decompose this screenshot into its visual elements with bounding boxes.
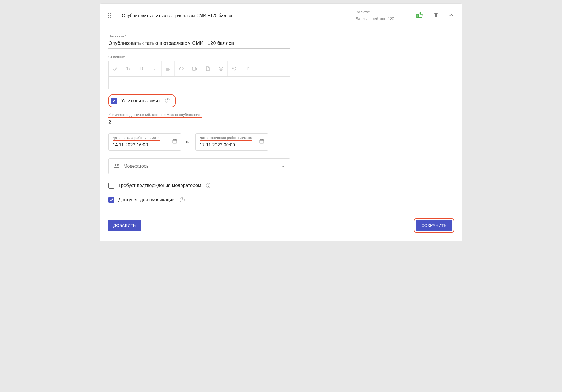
rich-text-editor: TT B I	[108, 61, 290, 89]
limit-start-date[interactable]: Дата начала работы лимита 14.11.2023 16:…	[108, 133, 181, 151]
achievement-card: Опубликовать статью в отраслевом СМИ +12…	[100, 3, 462, 241]
editor-code-icon[interactable]	[175, 61, 188, 76]
editor-undo-icon[interactable]	[228, 61, 241, 76]
editor-file-icon[interactable]	[201, 61, 214, 76]
name-input[interactable]	[108, 39, 290, 49]
published-checkbox[interactable]	[108, 197, 114, 203]
set-limit-label: Установить лимит	[121, 98, 160, 104]
editor-strikethrough-icon[interactable]: T	[241, 61, 254, 76]
editor-content[interactable]	[109, 77, 290, 89]
svg-point-3	[221, 68, 222, 69]
svg-rect-5	[260, 140, 264, 143]
limit-end-value: 17.11.2023 00:00	[200, 142, 264, 148]
card-header: Опубликовать статью в отраслевом СМИ +12…	[100, 4, 462, 28]
save-button[interactable]: СОХРАНИТЬ	[416, 220, 452, 231]
help-icon[interactable]: ?	[206, 183, 211, 188]
set-limit-row: Установить лимит ?	[108, 94, 176, 107]
name-label: Название*	[108, 34, 454, 38]
svg-point-1	[219, 67, 223, 71]
limit-end-date[interactable]: Дата окончания работы лимита 17.11.2023 …	[195, 133, 268, 151]
editor-toolbar: TT B I	[109, 61, 290, 77]
editor-video-icon[interactable]	[188, 61, 201, 76]
editor-link-icon[interactable]	[109, 61, 122, 76]
limit-start-value: 14.11.2023 16:03	[113, 142, 177, 148]
svg-point-6	[115, 164, 116, 165]
currency-value: 5	[371, 10, 373, 14]
limit-count-input[interactable]	[108, 118, 290, 127]
published-row: Доступен для публикации ?	[108, 197, 454, 203]
people-icon	[114, 164, 120, 169]
points-label: Баллы в рейтинг:	[356, 17, 387, 21]
editor-emoji-icon[interactable]	[214, 61, 228, 76]
moderators-select[interactable]: Модераторы	[108, 158, 290, 174]
collapse-icon[interactable]	[449, 12, 454, 19]
save-button-highlight: СОХРАНИТЬ	[414, 218, 454, 233]
requires-confirm-row: Требует подтверждения модератором ?	[108, 183, 454, 189]
card-body: Название* Описание TT B I	[100, 28, 462, 211]
add-button[interactable]: ДОБАВИТЬ	[108, 220, 141, 231]
description-label: Описание	[108, 55, 454, 59]
set-limit-checkbox[interactable]	[111, 98, 117, 104]
calendar-icon[interactable]	[172, 138, 178, 145]
points-value: 120	[388, 17, 394, 21]
svg-point-2	[220, 68, 220, 69]
limit-start-label: Дата начала работы лимита	[113, 136, 160, 141]
thumbs-up-icon[interactable]	[416, 12, 423, 20]
svg-rect-4	[173, 140, 177, 143]
svg-point-7	[117, 164, 119, 165]
dropdown-arrow-icon	[282, 164, 285, 169]
limit-end-label: Дата окончания работы лимита	[200, 136, 252, 141]
currency-label: Валюта:	[356, 10, 370, 14]
card-title: Опубликовать статью в отраслевом СМИ +12…	[122, 13, 233, 18]
editor-align-icon[interactable]	[162, 61, 175, 76]
requires-confirm-checkbox[interactable]	[108, 183, 114, 189]
help-icon[interactable]: ?	[180, 197, 185, 202]
calendar-icon[interactable]	[259, 138, 264, 145]
drag-handle-icon[interactable]	[108, 13, 111, 18]
header-meta: Валюта: 5 Баллы в рейтинг: 120	[356, 9, 394, 22]
requires-confirm-label: Требует подтверждения модератором	[118, 183, 201, 188]
published-label: Доступен для публикации	[118, 197, 175, 203]
editor-text-size-icon[interactable]: TT	[122, 61, 135, 76]
card-footer: ДОБАВИТЬ СОХРАНИТЬ	[100, 211, 462, 241]
moderators-label: Модераторы	[124, 164, 149, 169]
limit-count-label: Количество достижений, которое можно опу…	[108, 113, 202, 118]
editor-italic-icon[interactable]: I	[148, 61, 162, 76]
svg-rect-0	[192, 67, 196, 70]
trash-icon[interactable]	[433, 12, 439, 19]
help-icon[interactable]: ?	[165, 98, 170, 103]
limit-dates-row: Дата начала работы лимита 14.11.2023 16:…	[108, 133, 454, 151]
date-separator: по	[186, 140, 190, 144]
editor-bold-icon[interactable]: B	[135, 61, 148, 76]
